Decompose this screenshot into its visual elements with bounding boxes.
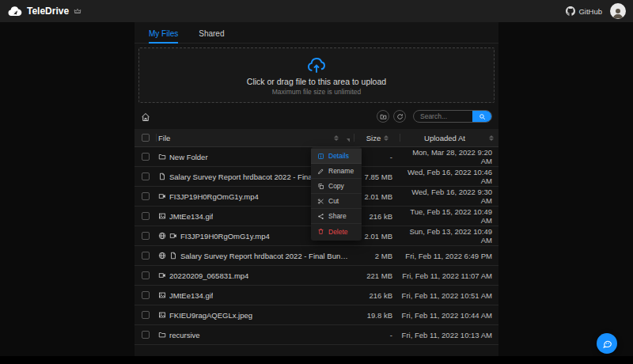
file-type-icon <box>158 212 166 220</box>
row-checkbox[interactable] <box>142 291 150 299</box>
folder-add-icon <box>380 113 387 120</box>
row-checkbox[interactable] <box>142 173 150 180</box>
brand[interactable]: TeleDrive <box>7 4 81 19</box>
upload-main-text: Click or drag file to this area to uploa… <box>247 77 386 86</box>
menu-item-details[interactable]: Details <box>311 149 362 164</box>
navbar: TeleDrive GitHub <box>0 0 633 22</box>
file-uploaded: Wed, Feb 16, 2022 9:30 AM <box>400 188 498 205</box>
github-icon <box>566 6 575 16</box>
app-title: TeleDrive <box>27 6 69 17</box>
file-type-icon <box>169 232 177 240</box>
upload-sub-text: Maximum file size is unlimited <box>272 88 361 96</box>
filter-icon[interactable] <box>343 135 350 142</box>
table-row[interactable]: recursive - Fri, Feb 11, 2022 10:13 AM <box>135 325 498 345</box>
file-name[interactable]: FI3JP19H0RgOmG1y.mp4 <box>180 232 270 241</box>
select-all-checkbox[interactable] <box>142 134 150 142</box>
premium-crown-icon <box>74 7 81 15</box>
menu-item-label: Copy <box>328 182 344 190</box>
tab-shared[interactable]: Shared <box>199 25 224 43</box>
toolbar <box>141 108 492 124</box>
globe-icon <box>158 252 166 260</box>
globe-icon <box>158 232 166 240</box>
file-uploaded: Fri, Feb 11, 2022 6:49 PM <box>400 252 498 260</box>
file-type-icon <box>158 331 166 339</box>
row-checkbox[interactable] <box>142 311 150 319</box>
file-size: - <box>354 331 400 339</box>
menu-item-label: Share <box>328 212 347 220</box>
sync-icon <box>396 113 404 120</box>
footer-strip <box>0 356 633 364</box>
sort-uploaded[interactable] <box>489 135 494 141</box>
menu-item-delete[interactable]: Delete <box>311 224 362 239</box>
menu-item-label: Cut <box>328 197 339 205</box>
home-icon <box>141 112 150 122</box>
row-checkbox[interactable] <box>142 252 150 260</box>
menu-item-label: Rename <box>328 167 354 175</box>
file-uploaded: Fri, Feb 11, 2022 10:51 AM <box>400 291 498 300</box>
row-checkbox[interactable] <box>142 271 150 279</box>
menu-item-icon <box>317 213 324 220</box>
cloud-upload-icon <box>306 55 327 75</box>
table-row[interactable]: Salary Survey Report hrdbacot 2022 - Fin… <box>135 246 498 266</box>
context-menu: Details Rename Copy Cut Share Delete <box>311 147 362 241</box>
row-checkbox[interactable] <box>142 212 150 220</box>
github-link[interactable]: GitHub <box>566 6 602 16</box>
menu-item-copy[interactable]: Copy <box>311 179 362 194</box>
file-name[interactable]: 20220209_065831.mp4 <box>169 271 248 280</box>
menu-item-icon <box>317 153 324 160</box>
tab-my-files[interactable]: My Files <box>149 25 178 43</box>
new-folder-button[interactable] <box>377 110 389 123</box>
teledrive-logo-icon <box>7 4 22 19</box>
menu-item-cut[interactable]: Cut <box>311 194 362 209</box>
file-size: 19.8 kB <box>354 311 400 320</box>
sort-file[interactable] <box>334 135 339 141</box>
sort-size[interactable] <box>384 135 389 141</box>
person-icon <box>612 6 624 19</box>
file-size: 2 MB <box>354 252 400 260</box>
navbar-right: GitHub <box>566 3 626 19</box>
menu-item-rename[interactable]: Rename <box>311 164 362 179</box>
search-icon <box>479 113 486 120</box>
table-row[interactable]: 20220209_065831.mp4 221 MB Fri, Feb 11, … <box>135 266 498 286</box>
file-type-icon <box>169 252 177 260</box>
table-row[interactable]: FKIEU9ragAQEGLx.jpeg 19.8 kB Fri, Feb 11… <box>135 305 498 325</box>
search-input[interactable] <box>414 111 472 122</box>
file-type-icon <box>158 311 166 319</box>
row-checkbox[interactable] <box>142 331 150 339</box>
file-size: 216 kB <box>354 291 400 300</box>
file-name[interactable]: FI3JP19H0RgOmG1y.mp4 <box>169 192 259 201</box>
table-row[interactable]: JMtEe134.gif 216 kB Fri, Feb 11, 2022 10… <box>135 286 498 305</box>
row-checkbox[interactable] <box>142 153 150 161</box>
file-name[interactable]: JMtEe134.gif <box>169 291 213 300</box>
row-checkbox[interactable] <box>142 192 150 200</box>
chat-button[interactable] <box>597 333 617 354</box>
file-uploaded: Fri, Feb 11, 2022 10:13 AM <box>400 331 498 339</box>
toolbar-right <box>377 110 492 123</box>
file-name[interactable]: Salary Survey Report hrdbacot 2022 - Fin… <box>180 252 350 260</box>
page: My Files Shared Click or drag file to th… <box>0 22 633 356</box>
file-name[interactable]: JMtEe134.gif <box>169 212 213 221</box>
menu-item-share[interactable]: Share <box>311 209 362 224</box>
menu-item-label: Details <box>328 152 349 160</box>
row-checkbox[interactable] <box>142 232 150 240</box>
menu-item-label: Delete <box>328 228 348 236</box>
upload-dropzone[interactable]: Click or drag file to this area to uploa… <box>138 47 495 103</box>
file-name[interactable]: recursive <box>169 331 200 339</box>
file-uploaded: Sun, Feb 13, 2022 10:49 AM <box>400 227 498 245</box>
file-uploaded: Wed, Feb 16, 2022 10:46 AM <box>400 168 498 185</box>
avatar[interactable] <box>610 3 626 19</box>
file-uploaded: Mon, Mar 28, 2022 9:20 AM <box>400 148 498 165</box>
menu-item-icon <box>317 198 324 205</box>
file-uploaded: Tue, Feb 15, 2022 10:49 AM <box>400 207 498 225</box>
file-name[interactable]: New Folder <box>169 153 208 161</box>
file-type-icon <box>158 153 166 161</box>
search-box <box>413 110 492 123</box>
home-button[interactable] <box>141 111 152 122</box>
search-button[interactable] <box>472 110 491 123</box>
chat-icon <box>602 339 612 349</box>
table-header: File Size Uploaded At <box>135 129 498 147</box>
column-file: File <box>158 134 334 142</box>
refresh-button[interactable] <box>393 110 406 123</box>
file-name[interactable]: FKIEU9ragAQEGLx.jpeg <box>169 311 252 320</box>
menu-item-icon <box>317 183 324 190</box>
